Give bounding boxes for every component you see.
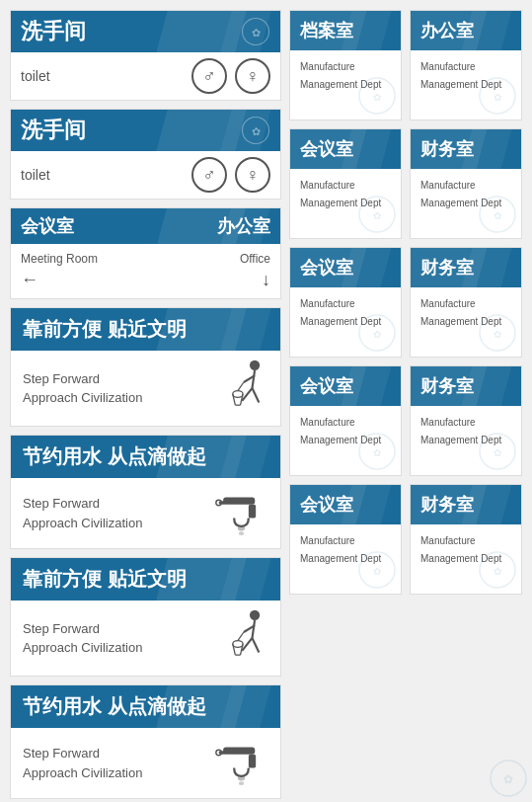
banner-title-cn-1: 靠前方便 贴近文明 <box>23 316 187 343</box>
finance-header-4: 财务室 <box>411 485 521 524</box>
banner-sign-1: 靠前方便 贴近文明 Step ForwardApproach Civilizat… <box>10 307 281 427</box>
office-watermark: ✿ <box>478 76 517 116</box>
svg-line-12 <box>233 394 236 405</box>
toilet-icons-2: ♂ ♀ <box>191 157 270 193</box>
office-title: 办公室 <box>420 21 474 40</box>
finance-body-4: ManufactureManagement Dept ✿ <box>411 524 521 594</box>
meeting-header: 会议室 办公室 <box>11 208 280 244</box>
banner-text-4: Step ForwardApproach Civilization <box>23 744 142 782</box>
svg-line-25 <box>253 638 260 653</box>
finance-header-2: 财务室 <box>411 248 521 287</box>
svg-rect-20 <box>219 501 226 505</box>
meeting-title-1: 会议室 <box>300 139 353 159</box>
office-en: Office <box>240 252 270 266</box>
svg-rect-17 <box>249 505 256 519</box>
svg-text:✿: ✿ <box>252 27 261 39</box>
finance-title-4: 财务室 <box>420 495 474 515</box>
banner-text-1: Step ForwardApproach Civilization <box>23 369 142 408</box>
meeting-card-3: 会议室 ManufactureManagement Dept ✿ <box>289 365 402 476</box>
meeting-right: Office ↓ <box>240 252 270 290</box>
banner-title-cn-3: 靠前方便 贴近文明 <box>23 566 187 593</box>
svg-rect-33 <box>249 755 256 768</box>
archive-body: ManufactureManagement Dept ✿ <box>290 50 401 120</box>
meeting-body-4: ManufactureManagement Dept ✿ <box>290 524 401 594</box>
meeting-body-1: ManufactureManagement Dept ✿ <box>290 169 401 238</box>
finance-body-3: ManufactureManagement Dept ✿ <box>411 406 521 475</box>
finance-header-1: 财务室 <box>411 129 521 169</box>
meeting-en: Meeting Room <box>21 252 98 266</box>
svg-line-31 <box>238 632 244 641</box>
finance-header-3: 财务室 <box>411 366 521 406</box>
meeting-body: Meeting Room ← Office ↓ <box>11 244 280 298</box>
meeting-watermark-3: ✿ <box>357 432 397 471</box>
finance-watermark-2: ✿ <box>478 313 517 353</box>
svg-text:✿: ✿ <box>373 329 381 340</box>
banner-title-cn-2: 节约用水 从点滴做起 <box>23 443 206 470</box>
finance-watermark-1: ✿ <box>478 195 517 234</box>
right-grid-row3: 会议室 ManufactureManagement Dept ✿ 财务室 Man… <box>289 247 522 358</box>
finance-watermark-3: ✿ <box>478 432 517 471</box>
svg-text:✿: ✿ <box>494 210 501 221</box>
banner-title-cn-4: 节约用水 从点滴做起 <box>23 693 206 720</box>
right-column: 档案室 ManufactureManagement Dept ✿ 办公室 Man… <box>289 10 522 799</box>
right-grid-row2: 会议室 ManufactureManagement Dept ✿ 财务室 Man… <box>289 128 522 239</box>
svg-rect-32 <box>223 747 255 754</box>
right-grid-row4: 会议室 ManufactureManagement Dept ✿ 财务室 Man… <box>289 365 522 476</box>
banner-sign-4: 节约用水 从点滴做起 Step ForwardApproach Civiliza… <box>10 684 281 799</box>
finance-body-1: ManufactureManagement Dept ✿ <box>411 169 521 238</box>
male-icon-2: ♂ <box>191 157 227 193</box>
svg-point-18 <box>238 525 245 531</box>
meeting-header-4: 会议室 <box>290 485 401 524</box>
svg-point-22 <box>250 610 260 620</box>
toilet-sign-1: 洗手间 ✿ toilet ♂ ♀ <box>10 10 281 101</box>
finance-card-3: 财务室 ManufactureManagement Dept ✿ <box>410 365 522 476</box>
main-layout: 洗手间 ✿ toilet ♂ ♀ 洗手间 ✿ <box>10 10 522 799</box>
meeting-body-2: ManufactureManagement Dept ✿ <box>290 287 401 357</box>
banner-text-3: Step ForwardApproach Civilization <box>23 619 142 658</box>
svg-line-7 <box>253 370 256 388</box>
banner-en-4: Step ForwardApproach Civilization <box>23 744 142 782</box>
banner-text-2: Step ForwardApproach Civilization <box>23 494 142 532</box>
archive-watermark: ✿ <box>357 76 397 116</box>
meeting-card-1: 会议室 ManufactureManagement Dept ✿ <box>289 128 402 239</box>
svg-text:✿: ✿ <box>373 447 381 458</box>
svg-point-6 <box>250 361 260 370</box>
finance-body-2: ManufactureManagement Dept ✿ <box>411 287 521 357</box>
banner-header-4: 节约用水 从点滴做起 <box>11 685 280 728</box>
banner-header-3: 靠前方便 贴近文明 <box>11 558 280 601</box>
right-grid-row5: 会议室 ManufactureManagement Dept ✿ 财务室 Man… <box>289 484 522 595</box>
svg-point-0 <box>243 19 269 45</box>
svg-text:✿: ✿ <box>494 447 501 458</box>
meeting-card-4: 会议室 ManufactureManagement Dept ✿ <box>289 484 402 595</box>
svg-point-11 <box>233 391 243 398</box>
office-header: 办公室 <box>411 11 521 50</box>
toilet-en-1: toilet <box>21 68 50 84</box>
banner-body-2: Step ForwardApproach Civilization <box>11 478 280 548</box>
male-icon: ♂ <box>191 58 227 94</box>
banner-en-3: Step ForwardApproach Civilization <box>23 619 142 658</box>
svg-line-8 <box>242 388 252 401</box>
meeting-title-4: 会议室 <box>300 495 353 515</box>
toilet-header-2: 洗手间 ✿ <box>11 110 280 151</box>
svg-text:✿: ✿ <box>494 92 501 103</box>
svg-line-24 <box>242 638 252 651</box>
svg-text:✿: ✿ <box>373 566 381 577</box>
faucet-icon-2 <box>214 736 268 790</box>
finance-card-4: 财务室 ManufactureManagement Dept ✿ <box>410 484 522 595</box>
meeting-body-3: ManufactureManagement Dept ✿ <box>290 406 401 475</box>
finance-title-1: 财务室 <box>420 139 474 159</box>
faucet-icon-1 <box>214 486 268 540</box>
svg-line-28 <box>233 644 236 655</box>
office-body: ManufactureManagement Dept ✿ <box>411 50 521 120</box>
svg-point-19 <box>239 531 245 535</box>
office-card: 办公室 ManufactureManagement Dept ✿ <box>410 10 522 120</box>
meeting-title-cn: 会议室 <box>21 214 74 238</box>
svg-text:✿: ✿ <box>494 566 501 577</box>
toilet-en-2: toilet <box>21 167 50 183</box>
toilet-title-cn-1: 洗手间 <box>21 17 86 46</box>
svg-line-15 <box>238 382 244 391</box>
toilet-title-cn-2: 洗手间 <box>21 116 86 145</box>
finance-title-3: 财务室 <box>420 376 474 396</box>
finance-title-2: 财务室 <box>420 258 474 278</box>
archive-header: 档案室 <box>290 11 401 50</box>
